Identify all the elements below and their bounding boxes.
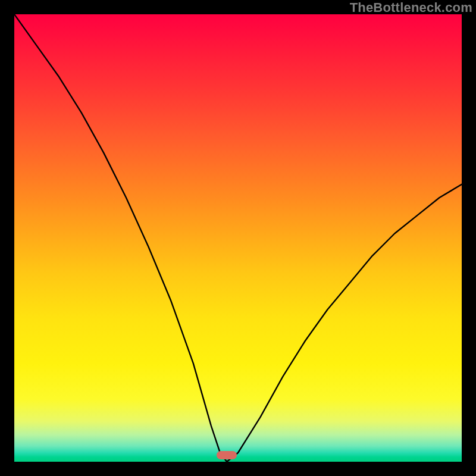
watermark-text: TheBottleneck.com bbox=[350, 0, 472, 15]
optimal-point-marker bbox=[217, 451, 237, 459]
bottleneck-curve bbox=[14, 14, 462, 462]
plot-area bbox=[14, 14, 462, 462]
chart-frame: TheBottleneck.com bbox=[0, 0, 476, 476]
